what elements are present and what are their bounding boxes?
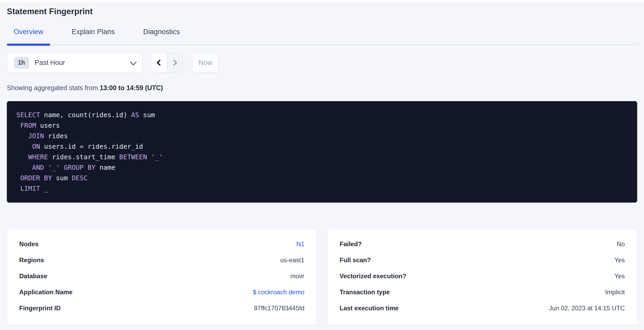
- row-value: Yes: [615, 256, 625, 264]
- tab-diagnostics[interactable]: Diagnostics: [136, 28, 187, 44]
- time-pager: [151, 53, 183, 73]
- card-row: Vectorized execution?Yes: [340, 268, 625, 284]
- row-value: us-east1: [280, 256, 304, 264]
- statement-fingerprint-page: Statement Fingerprint Overview Explain P…: [0, 3, 644, 325]
- chevron-right-icon: [171, 59, 177, 66]
- chevron-left-icon: [157, 59, 163, 66]
- sql-line: FROM users: [16, 120, 628, 131]
- sql-statement: SELECT name, count(rides.id) AS sum FROM…: [16, 110, 628, 194]
- sql-keyword: JOIN: [28, 132, 44, 140]
- row-value: No: [617, 240, 625, 248]
- sql-line: ORDER BY sum DESC: [16, 173, 628, 183]
- card-row: Last execution timeJun 02, 2023 at 14:15…: [340, 300, 625, 316]
- row-label: Application Name: [19, 288, 73, 296]
- detail-cards: NodesN1Regionsus-east1DatabasemovrApplic…: [7, 229, 637, 325]
- sql-keyword: ORDER BY: [20, 174, 52, 182]
- sql-text: name, count(rides.id): [40, 111, 131, 119]
- aggregated-stats-line: Showing aggregated stats from 13:00 to 1…: [7, 84, 637, 92]
- row-label: Transaction type: [340, 288, 390, 296]
- tab-explain-plans[interactable]: Explain Plans: [65, 28, 122, 44]
- row-label: Database: [19, 272, 47, 280]
- row-label: Fingerprint ID: [19, 305, 61, 312]
- sql-line: JOIN rides: [16, 131, 628, 141]
- sql-text: name: [95, 164, 115, 171]
- sql-text: [16, 143, 32, 150]
- sql-text: [60, 164, 64, 171]
- sql-keyword: FROM: [20, 122, 36, 129]
- sql-text: users: [36, 122, 60, 129]
- stats-line-range: 13:00 to 14:59 (UTC): [100, 84, 163, 91]
- time-controls: 1h Past Hour Now: [7, 53, 637, 73]
- sql-line: SELECT name, count(rides.id) AS sum: [16, 110, 628, 120]
- row-value: 97ffc170783445fd: [254, 305, 304, 312]
- sql-string: '_': [48, 164, 60, 171]
- card-left: NodesN1Regionsus-east1DatabasemovrApplic…: [7, 229, 317, 325]
- card-row: Transaction typeImplicit: [340, 284, 625, 300]
- sql-keyword: AND: [32, 164, 44, 171]
- card-row: Fingerprint ID97ffc170783445fd: [19, 300, 304, 316]
- row-label: Last execution time: [340, 305, 399, 312]
- sql-text: [16, 132, 28, 140]
- row-value: movr: [290, 272, 304, 280]
- row-label: Regions: [19, 256, 44, 264]
- sql-keyword: AS: [131, 111, 139, 119]
- row-label: Nodes: [19, 240, 38, 248]
- card-row: Application Name$ cockroach demo: [19, 284, 304, 300]
- sql-text: rides.start_time: [48, 153, 119, 161]
- row-value-link[interactable]: N1: [296, 240, 304, 248]
- card-right-rows: Failed?NoFull scan?YesVectorized executi…: [340, 236, 625, 316]
- previous-time-button[interactable]: [151, 53, 167, 72]
- sql-text: [16, 185, 20, 192]
- sql-text: [16, 174, 20, 182]
- row-value-link[interactable]: $ cockroach demo: [253, 288, 304, 296]
- row-value: Jun 02, 2023 at 14:15 UTC: [549, 305, 625, 312]
- sql-keyword: WHERE: [28, 153, 48, 161]
- stats-line-prefix: Showing aggregated stats from: [7, 84, 100, 91]
- sql-keyword: LIMIT: [20, 185, 40, 192]
- sql-line: LIMIT _: [16, 183, 628, 194]
- card-row: Failed?No: [340, 236, 625, 252]
- sql-text: sum: [139, 111, 155, 119]
- sql-line: WHERE rides.start_time BETWEEN '_': [16, 152, 628, 162]
- sql-statement-box: SELECT name, count(rides.id) AS sum FROM…: [7, 101, 637, 203]
- row-label: Vectorized execution?: [340, 272, 406, 280]
- sql-text: [16, 122, 20, 129]
- sql-text: sum: [52, 174, 72, 182]
- sql-text: rides: [44, 132, 68, 140]
- row-value: Implicit: [605, 288, 625, 296]
- card-left-rows: NodesN1Regionsus-east1DatabasemovrApplic…: [19, 236, 304, 316]
- sql-string: '_': [151, 153, 163, 161]
- sql-text: [44, 164, 48, 171]
- sql-keyword: DESC: [72, 174, 88, 182]
- sql-keyword: SELECT: [16, 111, 40, 119]
- card-row: Regionsus-east1: [19, 252, 304, 268]
- sql-text: [147, 153, 151, 161]
- sql-text: [16, 153, 28, 161]
- next-time-button[interactable]: [167, 53, 183, 72]
- row-label: Failed?: [340, 240, 362, 248]
- time-range-badge: 1h: [14, 57, 29, 69]
- page-title: Statement Fingerprint: [7, 3, 637, 16]
- sql-text: _: [40, 185, 48, 192]
- sql-line: ON users.id = rides.rider_id: [16, 141, 628, 152]
- time-range-dropdown[interactable]: 1h Past Hour: [7, 53, 143, 73]
- card-row: Full scan?Yes: [340, 252, 625, 268]
- now-button[interactable]: Now: [192, 53, 219, 73]
- sql-keyword: BETWEEN: [119, 153, 147, 161]
- tab-bar: Overview Explain Plans Diagnostics: [7, 28, 637, 45]
- top-strip: [0, 0, 644, 3]
- card-row: NodesN1: [19, 236, 304, 252]
- row-value: Yes: [615, 272, 625, 280]
- sql-keyword: GROUP BY: [64, 164, 95, 171]
- card-row: Databasemovr: [19, 268, 304, 284]
- time-range-label: Past Hour: [35, 59, 65, 67]
- sql-keyword: ON: [32, 143, 40, 150]
- tab-overview[interactable]: Overview: [7, 28, 50, 44]
- sql-text: users.id = rides.rider_id: [40, 143, 143, 150]
- sql-text: [16, 164, 32, 171]
- card-right: Failed?NoFull scan?YesVectorized executi…: [327, 229, 637, 325]
- row-label: Full scan?: [340, 256, 371, 264]
- sql-line: AND '_' GROUP BY name: [16, 162, 628, 173]
- chevron-down-icon: [130, 59, 137, 65]
